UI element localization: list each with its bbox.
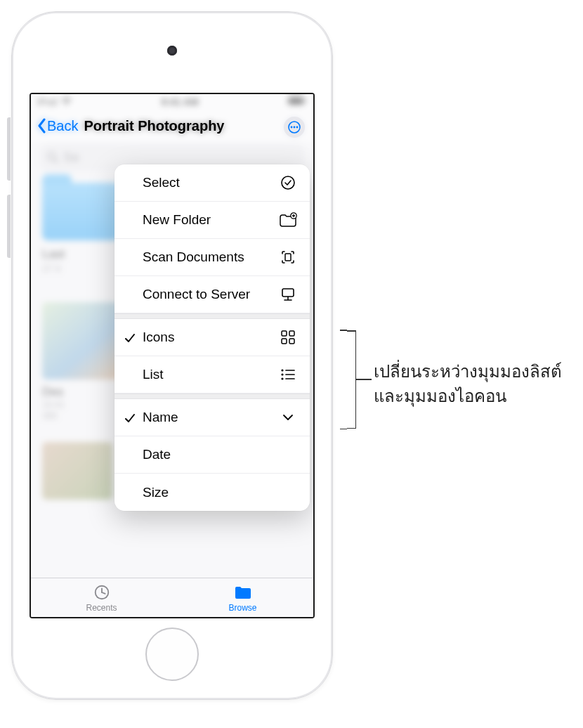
checkmark-icon <box>124 332 136 343</box>
svg-rect-17 <box>285 254 291 261</box>
menu-item-view-list[interactable]: List <box>114 356 310 394</box>
checkmark-icon <box>124 412 136 423</box>
tab-bar: Recents Browse <box>31 578 313 617</box>
menu-item-select[interactable]: Select <box>114 164 310 202</box>
svg-rect-18 <box>282 289 294 297</box>
back-button[interactable]: Back <box>37 118 78 134</box>
svg-point-12 <box>296 126 299 129</box>
scan-icon <box>279 248 297 266</box>
menu-separator <box>114 313 310 319</box>
menu-item-sort-date[interactable]: Date <box>114 436 310 474</box>
svg-rect-24 <box>289 339 294 344</box>
callout-bracket <box>341 330 356 429</box>
menu-item-new-folder[interactable]: New Folder <box>114 202 310 239</box>
svg-point-27 <box>281 377 283 379</box>
svg-point-10 <box>291 126 293 129</box>
more-button[interactable] <box>284 117 305 138</box>
folder-plus-icon <box>279 211 297 229</box>
svg-point-13 <box>282 176 294 189</box>
grid-icon <box>279 328 297 346</box>
menu-item-connect-server[interactable]: Connect to Server <box>114 276 310 313</box>
svg-rect-23 <box>282 339 287 344</box>
chevron-down-icon <box>279 408 297 427</box>
svg-point-11 <box>294 126 296 129</box>
menu-item-sort-size[interactable]: Size <box>114 474 310 511</box>
tab-label: Recents <box>86 603 117 613</box>
callout-connector <box>356 379 372 380</box>
ipod-device-frame: iPod 9:41 AM Back Portrait Photography <box>11 11 333 700</box>
menu-separator <box>114 394 310 399</box>
select-circle-icon <box>279 174 297 192</box>
tab-recents[interactable]: Recents <box>31 578 172 617</box>
folder-icon <box>233 583 253 602</box>
svg-point-26 <box>281 373 283 375</box>
menu-item-view-icons[interactable]: Icons <box>114 319 310 356</box>
clock-icon <box>92 583 112 602</box>
context-menu: Select New Folder Scan Documents Connect… <box>114 164 310 511</box>
tab-label: Browse <box>228 603 256 613</box>
front-camera <box>167 46 177 56</box>
tab-browse[interactable]: Browse <box>172 578 313 617</box>
home-button[interactable] <box>145 628 199 681</box>
svg-rect-21 <box>282 331 287 336</box>
menu-item-scan-documents[interactable]: Scan Documents <box>114 239 310 276</box>
svg-rect-22 <box>289 331 294 336</box>
list-icon <box>279 365 297 384</box>
device-screen: iPod 9:41 AM Back Portrait Photography <box>30 93 315 618</box>
server-icon <box>279 285 297 304</box>
menu-item-sort-name[interactable]: Name <box>114 399 310 436</box>
svg-point-25 <box>281 369 283 371</box>
callout-annotation: เปลี่ยนระหว่างมุมมองลิสต์ และมุมมองไอคอน <box>374 360 562 409</box>
